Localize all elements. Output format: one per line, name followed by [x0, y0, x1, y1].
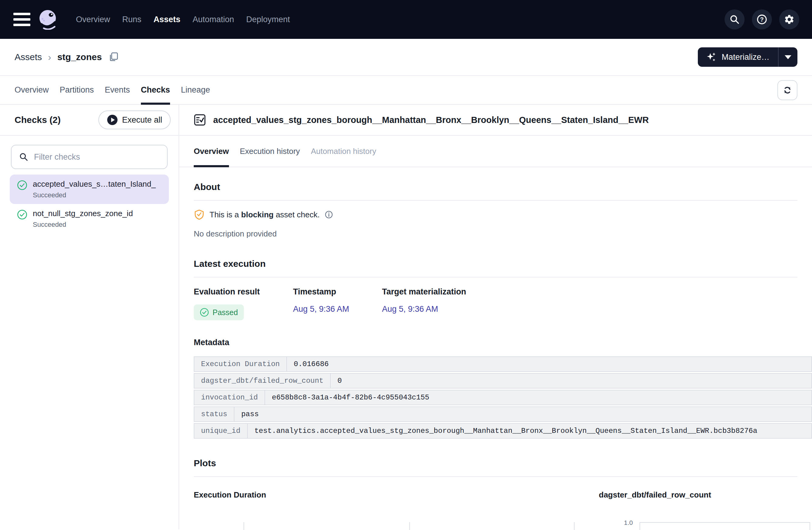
- check-title: accepted_values_stg_zones_borough__Manha…: [213, 115, 649, 125]
- y-axis-tick: 1.0: [624, 519, 633, 526]
- metadata-value: test.analytics.accepted_values_stg_zones…: [248, 424, 764, 438]
- nav-item-assets[interactable]: Assets: [153, 12, 181, 27]
- plots-heading: Plots: [194, 458, 797, 468]
- copy-icon: [108, 51, 119, 62]
- divider: [194, 476, 797, 477]
- search-button[interactable]: [725, 10, 744, 29]
- metadata-value: pass: [234, 407, 265, 421]
- materialize-dropdown-button[interactable]: [779, 47, 797, 67]
- materialize-split-button: Materialize…: [698, 47, 797, 67]
- divider: [194, 200, 797, 201]
- tab-partitions[interactable]: Partitions: [60, 76, 94, 104]
- table-row: unique_id test.analytics.accepted_values…: [194, 423, 812, 439]
- materialize-label: Materialize…: [722, 53, 769, 62]
- metadata-key: dagster_dbt/failed_row_count: [194, 374, 331, 388]
- refresh-icon: [782, 85, 793, 95]
- breadcrumb-chevron-icon: ›: [48, 51, 51, 63]
- tab-check-overview[interactable]: Overview: [194, 136, 229, 167]
- primary-nav: Overview Runs Assets Automation Deployme…: [75, 12, 291, 27]
- metadata-key: status: [194, 407, 234, 421]
- blocking-text: This is a blocking asset check.: [209, 210, 320, 219]
- check-list-item-accepted-values[interactable]: accepted_values_s…taten_Island_ Succeede…: [10, 175, 169, 204]
- settings-button[interactable]: [779, 10, 799, 29]
- dagster-logo[interactable]: [38, 9, 58, 30]
- tab-events[interactable]: Events: [105, 76, 130, 104]
- checks-count-heading: Checks (2): [15, 115, 61, 125]
- metadata-value: e658b8c8-3a1a-4b4f-82b6-4c955043c155: [265, 391, 436, 404]
- nav-item-runs[interactable]: Runs: [122, 12, 142, 27]
- menu-icon[interactable]: [13, 13, 30, 26]
- help-icon: ?: [756, 14, 767, 25]
- materialize-button[interactable]: Materialize…: [698, 47, 778, 67]
- latest-execution-heading: Latest execution: [194, 259, 797, 269]
- timestamp-link[interactable]: Aug 5, 9:36 AM: [293, 305, 349, 313]
- metadata-value: 0: [331, 374, 348, 388]
- asset-name: stg_zones: [57, 52, 102, 62]
- nav-item-deployment[interactable]: Deployment: [246, 12, 291, 27]
- chart-plot-area: [639, 522, 810, 530]
- filter-checks-input[interactable]: [11, 145, 168, 169]
- checks-sidebar: Checks (2) Execute all: [0, 105, 179, 529]
- timestamp-label: Timestamp: [293, 287, 382, 297]
- tab-automation-history: Automation history: [311, 136, 376, 167]
- chart-title: Execution Duration: [194, 490, 575, 500]
- metadata-key: unique_id: [194, 424, 248, 438]
- search-icon: [19, 152, 29, 162]
- refresh-button[interactable]: [778, 80, 797, 100]
- breadcrumb-assets-link[interactable]: Assets: [15, 52, 42, 62]
- check-status: Succeeded: [33, 191, 162, 199]
- tab-checks[interactable]: Checks: [141, 76, 170, 104]
- check-name: accepted_values_s…taten_Island_: [33, 179, 162, 189]
- asset-tabs: Overview Partitions Events Checks Lineag…: [0, 76, 812, 105]
- metadata-heading: Metadata: [194, 338, 797, 347]
- top-nav: Overview Runs Assets Automation Deployme…: [0, 0, 812, 39]
- no-description-text: No description provided: [194, 229, 797, 239]
- target-materialization-link[interactable]: Aug 5, 9:36 AM: [382, 305, 438, 313]
- status-badge: Passed: [194, 305, 244, 320]
- search-icon: [729, 14, 740, 25]
- play-circle-icon: [107, 115, 118, 126]
- check-list-item-not-null[interactable]: not_null_stg_zones_zone_id Succeeded: [10, 204, 169, 233]
- execute-all-button[interactable]: Execute all: [98, 111, 171, 129]
- nav-item-automation[interactable]: Automation: [192, 12, 235, 27]
- tab-lineage[interactable]: Lineage: [181, 76, 210, 104]
- divider: [194, 277, 797, 277]
- metadata-value: 0.016686: [287, 357, 335, 371]
- check-detail-tabs: Overview Execution history Automation hi…: [179, 136, 812, 167]
- gear-icon: [784, 14, 795, 25]
- sparkle-icon: [706, 52, 717, 62]
- metadata-table: Execution Duration 0.016686 dagster_dbt/…: [194, 356, 812, 439]
- check-circle-icon: [17, 180, 27, 190]
- caret-down-icon: [785, 55, 791, 59]
- chart-title: dagster_dbt/failed_row_count: [599, 490, 810, 500]
- check-detail-panel: accepted_values_stg_zones_borough__Manha…: [179, 105, 812, 529]
- table-row: Execution Duration 0.016686: [194, 356, 812, 372]
- tab-overview[interactable]: Overview: [15, 76, 49, 104]
- copy-asset-name-button[interactable]: [108, 51, 119, 62]
- tab-execution-history[interactable]: Execution history: [240, 136, 300, 167]
- check-name: not_null_stg_zones_zone_id: [33, 209, 162, 218]
- chart-plot-area: [244, 522, 575, 530]
- failed-row-count-chart: dagster_dbt/failed_row_count 1.0 0.6: [599, 490, 810, 530]
- nav-item-overview[interactable]: Overview: [75, 12, 111, 27]
- about-heading: About: [194, 182, 797, 192]
- svg-text:?: ?: [760, 16, 764, 23]
- info-icon[interactable]: [324, 210, 333, 219]
- check-circle-icon: [200, 308, 209, 317]
- execution-duration-chart: Execution Duration 0.0174: [194, 490, 575, 530]
- breadcrumb: Assets › stg_zones: [15, 51, 119, 63]
- table-row: status pass: [194, 407, 812, 422]
- asset-check-icon: [194, 114, 206, 126]
- shield-check-icon: [194, 209, 205, 220]
- check-status: Succeeded: [33, 221, 162, 229]
- check-circle-icon: [17, 209, 27, 220]
- metadata-key: invocation_id: [194, 391, 265, 404]
- target-materialization-label: Target materialization: [382, 287, 466, 297]
- table-row: invocation_id e658b8c8-3a1a-4b4f-82b6-4c…: [194, 390, 812, 405]
- asset-header: Assets › stg_zones Materialize…: [0, 39, 812, 76]
- passed-label: Passed: [213, 308, 238, 317]
- table-row: dagster_dbt/failed_row_count 0: [194, 373, 812, 388]
- evaluation-result-label: Evaluation result: [194, 287, 293, 297]
- execute-all-label: Execute all: [122, 115, 162, 125]
- help-button[interactable]: ?: [752, 10, 772, 29]
